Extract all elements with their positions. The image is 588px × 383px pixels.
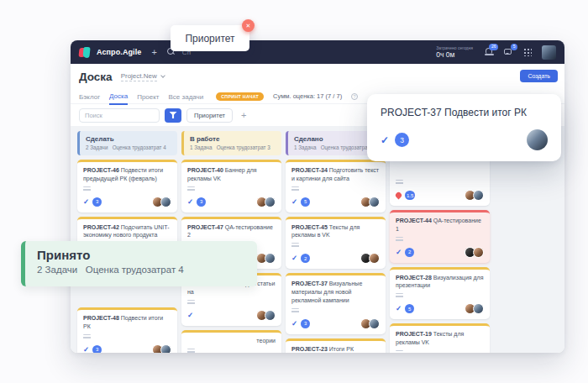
task-card[interactable]: PROJECT-46 Подвести итоги предыдущей РК …	[77, 160, 177, 212]
avatar	[473, 303, 484, 314]
avatar	[473, 247, 484, 258]
task-name: теории	[256, 338, 276, 344]
task-footer: ✓ 3	[83, 197, 171, 207]
task-id: PROJECT-47	[187, 224, 223, 230]
task-card[interactable]: PROJECT-34 Подготовить текст и картинки …	[286, 160, 386, 212]
search-input[interactable]	[79, 108, 160, 123]
description-icon	[291, 186, 299, 192]
task-title: PROJECT-28 Визуализация для презентации	[396, 274, 484, 291]
task-footer: ✓ 3	[187, 197, 276, 207]
task-footer: ✓ 3	[291, 318, 380, 329]
description-icon	[396, 180, 403, 185]
info-icon[interactable]: ?	[351, 93, 358, 100]
task-card[interactable]: PROJECT-48 Подвести итоги РК ✓ 3	[77, 307, 177, 353]
task-footer: ✓	[187, 310, 276, 321]
assignee-avatars	[465, 247, 484, 258]
tab[interactable]: Проект	[137, 93, 159, 104]
add-filter-button[interactable]: +	[241, 110, 246, 120]
task-title: PROJECT-48 Подвести итоги РК	[83, 314, 171, 331]
task-card[interactable]: PROJECT-28 Визуализация для презентации …	[390, 267, 490, 320]
avatar	[160, 197, 171, 207]
check-icon: ✓	[291, 254, 297, 262]
check-icon: ✓	[396, 305, 402, 312]
description-icon	[187, 186, 195, 192]
task-card[interactable]: PROJECT-37 Визуальные материалы для ново…	[286, 273, 386, 333]
avatar	[160, 344, 171, 353]
accepted-meta: 2 Задачи Оценка трудозатрат 4	[37, 265, 245, 275]
check-icon: ✓	[187, 198, 193, 206]
task-card[interactable]: PROJECT-23 Итоги РК ✓ 5	[286, 338, 386, 353]
accepted-title: Принято	[37, 248, 245, 262]
task-title: PROJECT-47 QA-тестирование 2	[187, 223, 276, 240]
avatar	[369, 318, 380, 329]
task-card[interactable]: PROJECT-19 Тексты для рекламы VK ✓ 5	[390, 323, 490, 353]
task-card[interactable]: теории ✓ 3	[181, 330, 281, 353]
estimate-badge: 5	[405, 304, 414, 313]
tab[interactable]: Все задачи	[169, 93, 204, 104]
task-title: PROJECT-46 Подвести итоги предыдущей РК …	[83, 166, 171, 183]
time-value: 0ч 0м	[436, 50, 473, 60]
check-icon: ✓	[291, 320, 297, 328]
tab[interactable]: Бэклог	[79, 93, 100, 104]
app-logo-icon	[79, 47, 90, 58]
task-title: PROJECT-45 Тексты для рекламы в VK	[291, 223, 380, 240]
time-caption: Затрачено сегодня	[436, 45, 473, 50]
task-id: PROJECT-45	[291, 224, 328, 230]
time-tracker[interactable]: Затрачено сегодня 0ч 0м	[436, 45, 473, 60]
description-icon	[396, 293, 403, 298]
column-cards: PROJECT-34 Подготовить текст и картинки …	[286, 160, 386, 353]
sprint-status-badge: СПРИНТ НАЧАТ	[216, 92, 264, 101]
chat-badge: 5	[511, 44, 517, 50]
description-icon	[396, 350, 403, 353]
task-title: PROJECT-44 QA-тестирование 1	[396, 217, 484, 233]
description-icon	[83, 186, 91, 192]
assignee-avatars	[152, 344, 171, 353]
task-title: PROJECT-19 Тексты для рекламы VK	[396, 330, 484, 347]
task-drag-popup[interactable]: PROJECT-37 Подвести итог РК ✓ 3	[367, 94, 561, 161]
user-avatar[interactable]	[542, 45, 556, 60]
estimate-badge: 2	[405, 248, 414, 257]
task-card[interactable]: PROJECT-45 Тексты для рекламы в VK ✓ 2	[286, 217, 386, 270]
assignee-avatars	[360, 197, 380, 207]
check-icon: ✓	[396, 249, 402, 256]
task-id: PROJECT-37	[291, 281, 328, 286]
task-id: PROJECT-44	[396, 218, 432, 223]
task-title: PROJECT-37 Визуальные материалы для ново…	[291, 280, 380, 304]
task-id: PROJECT-48	[83, 315, 119, 321]
board-select[interactable]: Project.New	[121, 72, 165, 81]
check-icon: ✓	[291, 198, 297, 206]
task-popup-title: PROJECT-37 Подвести итог РК	[381, 107, 548, 118]
tabs: БэклогДоскаПроектВсе задачи	[79, 92, 203, 101]
board-header: Доска Project.New Создать	[71, 64, 564, 89]
apps-grid-icon[interactable]	[522, 47, 533, 57]
task-footer: ✓ 3	[83, 344, 171, 353]
accepted-column-callout: Принято 2 Задачи Оценка трудозатрат 4	[21, 241, 257, 286]
avatar	[369, 197, 380, 207]
task-footer: 1.5	[396, 190, 484, 201]
task-card[interactable]: PROJECT-44 QA-тестирование 1 ✓ 2	[390, 210, 490, 263]
priority-tooltip-label: Приоритет	[185, 33, 234, 45]
assignee-avatars	[465, 190, 484, 201]
notifications-bell-icon[interactable]: 26	[484, 47, 494, 57]
kanban-column: Сделано 1 Задача Оценка трудозатрат PROJ…	[286, 131, 386, 353]
add-icon[interactable]: +	[151, 47, 156, 57]
description-icon	[396, 237, 403, 242]
tab[interactable]: Доска	[109, 92, 128, 105]
column-name: В работе	[190, 135, 276, 143]
chat-icon[interactable]: 5	[503, 47, 513, 57]
assignee-avatars	[256, 310, 276, 321]
estimate-badge: 5	[301, 197, 310, 207]
filter-button[interactable]	[165, 108, 181, 123]
priority-filter-chip[interactable]: Приоритет	[186, 108, 233, 123]
estimate-badge: 3	[92, 345, 102, 353]
top-navbar: Аспро.Agile + Сп Затрачено сегодня 0ч 0м…	[71, 40, 564, 64]
estimate-badge: 3	[197, 197, 206, 207]
description-icon	[291, 308, 299, 313]
task-id: PROJECT-40	[187, 167, 223, 173]
task-id: PROJECT-19	[396, 331, 432, 337]
task-card[interactable]: PROJECT-40 Баннер для рекламы VK ✓ 3	[181, 160, 281, 212]
task-title: PROJECT-34 Подготовить текст и картинки …	[291, 166, 380, 183]
create-button[interactable]: Создать	[520, 70, 558, 82]
task-id: PROJECT-34	[291, 167, 328, 173]
close-icon[interactable]: ✕	[242, 19, 255, 32]
